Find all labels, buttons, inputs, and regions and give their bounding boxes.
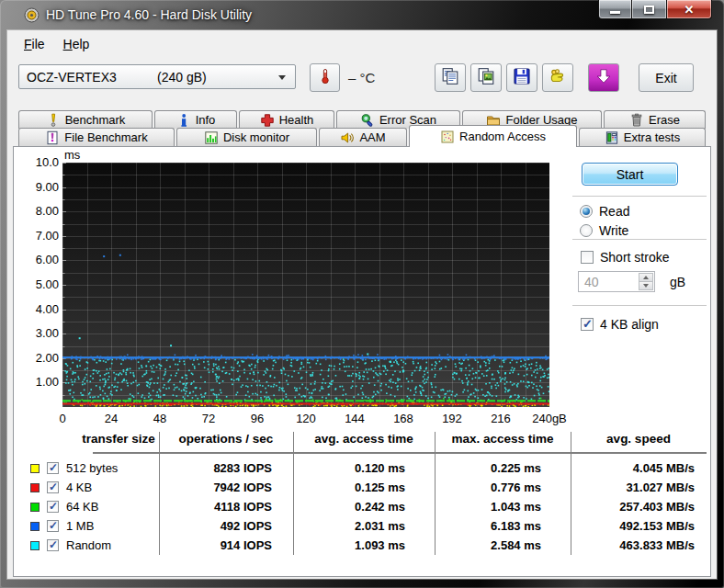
copy-text-button[interactable] xyxy=(435,63,466,92)
value-cell: 7942 IOPS xyxy=(159,481,293,494)
value-cell: 2.584 ms xyxy=(435,538,571,552)
copy-image-button[interactable] xyxy=(470,63,502,92)
transfer-size-cell: 4 KB xyxy=(19,481,159,494)
access-time-chart xyxy=(62,163,549,407)
table-row: Random914 IOPS1.093 ms2.584 ms463.833 MB… xyxy=(19,536,707,555)
value-cell: 0.242 ms xyxy=(293,500,435,514)
x-tick-label: 48 xyxy=(132,412,187,425)
tab-label: Erase xyxy=(649,113,680,127)
results-table: transfer sizeoperations / secavg. access… xyxy=(19,432,707,452)
exit-button[interactable]: Exit xyxy=(639,63,694,92)
value-cell: 0.776 ms xyxy=(435,481,571,494)
series-checkbox[interactable] xyxy=(47,539,59,551)
kb-align-checkbox[interactable] xyxy=(581,318,594,331)
x-tick-label: 144 xyxy=(327,412,382,425)
value-cell: 4.045 MB/s xyxy=(571,461,707,475)
tab-row-2: File BenchmarkDisk monitorAAMRandom Acce… xyxy=(18,128,706,147)
tab-info[interactable]: Info xyxy=(154,110,237,129)
value-cell: 1.043 ms xyxy=(435,500,571,514)
title-bar[interactable]: HD Tune Pro 4.60 - Hard Disk Utility ✕ xyxy=(0,0,724,30)
maximize-button[interactable] xyxy=(632,0,666,19)
table-row: 512 bytes8283 IOPS0.120 ms0.225 ms4.045 … xyxy=(19,458,707,478)
column-header: avg. speed xyxy=(571,432,707,452)
menu-help[interactable]: Help xyxy=(54,34,99,54)
separator xyxy=(572,196,707,198)
header-underline xyxy=(93,452,707,454)
download-button[interactable] xyxy=(588,63,619,92)
donate-hand-icon xyxy=(549,67,567,89)
series-color-swatch xyxy=(30,464,40,473)
tab-erase[interactable]: Erase xyxy=(604,110,706,129)
write-radio[interactable] xyxy=(580,224,593,237)
series-checkbox[interactable] xyxy=(47,501,59,513)
value-cell: 2.031 ms xyxy=(293,519,435,533)
client-area: FileHelp OCZ-VERTEX3 (240 gB) – °C Exit … xyxy=(7,30,717,579)
read-label: Read xyxy=(599,204,629,219)
read-option[interactable]: Read xyxy=(580,204,629,219)
thermometer-icon xyxy=(317,68,334,87)
copy-image-icon xyxy=(477,67,495,89)
read-radio[interactable] xyxy=(580,205,593,218)
benchmark-icon xyxy=(46,113,61,128)
erase-icon xyxy=(629,113,644,128)
window-title: HD Tune Pro 4.60 - Hard Disk Utility xyxy=(46,7,252,22)
series-color-swatch xyxy=(30,541,40,550)
menu-bar: FileHelp xyxy=(15,34,98,54)
temperature-value: – xyxy=(348,70,356,85)
short-stroke-option[interactable]: Short stroke xyxy=(581,250,669,265)
series-checkbox[interactable] xyxy=(47,462,59,474)
series-color-swatch xyxy=(30,522,40,531)
save-screenshot-button[interactable] xyxy=(506,63,537,92)
donate-button[interactable] xyxy=(542,63,573,92)
x-tick-label: 120 xyxy=(278,412,334,425)
start-button[interactable]: Start xyxy=(582,163,678,186)
error-scan-icon xyxy=(360,113,375,128)
column-header: avg. access time xyxy=(293,432,435,452)
y-tick-label: 6.00 xyxy=(22,253,59,266)
value-cell: 0.120 ms xyxy=(293,461,435,475)
value-cell: 8283 IOPS xyxy=(159,461,293,475)
x-tick-label: 240gB xyxy=(522,412,577,425)
value-cell: 0.225 ms xyxy=(435,461,571,475)
value-cell: 914 IOPS xyxy=(159,538,293,552)
temperature-button[interactable] xyxy=(310,63,340,92)
write-label: Write xyxy=(599,223,628,238)
value-cell: 257.403 MB/s xyxy=(571,500,707,514)
drive-select[interactable]: OCZ-VERTEX3 (240 gB) xyxy=(18,64,296,89)
tab-label: Disk monitor xyxy=(223,130,289,144)
tab-label: Health xyxy=(279,113,314,127)
tab-extra-tests[interactable]: Extra tests xyxy=(579,128,706,146)
y-tick-label: 8.00 xyxy=(22,204,59,218)
series-label: 1 MB xyxy=(66,519,94,533)
tab-random-access[interactable]: Random Access xyxy=(409,125,577,147)
value-cell: 4118 IOPS xyxy=(159,500,293,514)
y-tick-label: 9.00 xyxy=(22,180,59,194)
short-stroke-checkbox[interactable] xyxy=(581,251,594,264)
aam-icon xyxy=(340,130,355,145)
y-tick-label: 10.0 xyxy=(22,155,59,169)
kb-align-option[interactable]: 4 KB align xyxy=(581,317,659,332)
tab-aam[interactable]: AAM xyxy=(319,128,407,146)
tab-label: Benchmark xyxy=(65,113,126,127)
close-button[interactable]: ✕ xyxy=(666,0,712,19)
series-checkbox[interactable] xyxy=(47,520,59,532)
spinner-buttons xyxy=(639,273,653,290)
tab-file-benchmark[interactable]: File Benchmark xyxy=(18,128,175,146)
transfer-size-cell: Random xyxy=(19,538,159,552)
short-stroke-size-input[interactable]: 40 xyxy=(578,271,655,292)
minimize-button[interactable] xyxy=(598,0,632,19)
series-checkbox[interactable] xyxy=(47,481,59,493)
x-tick-label: 96 xyxy=(230,412,285,425)
x-tick-label: 192 xyxy=(424,412,480,425)
menu-file[interactable]: File xyxy=(15,34,54,54)
tab-benchmark[interactable]: Benchmark xyxy=(18,110,153,129)
drive-name: OCZ-VERTEX3 xyxy=(27,70,117,85)
x-tick-label: 72 xyxy=(181,412,236,425)
write-option[interactable]: Write xyxy=(580,223,628,238)
column-header: operations / sec xyxy=(159,432,293,452)
tab-disk-monitor[interactable]: Disk monitor xyxy=(176,128,317,146)
y-tick-label: 7.00 xyxy=(22,229,59,243)
spin-down-button[interactable] xyxy=(639,281,653,290)
separator xyxy=(572,305,707,307)
tab-health[interactable]: Health xyxy=(239,110,334,129)
